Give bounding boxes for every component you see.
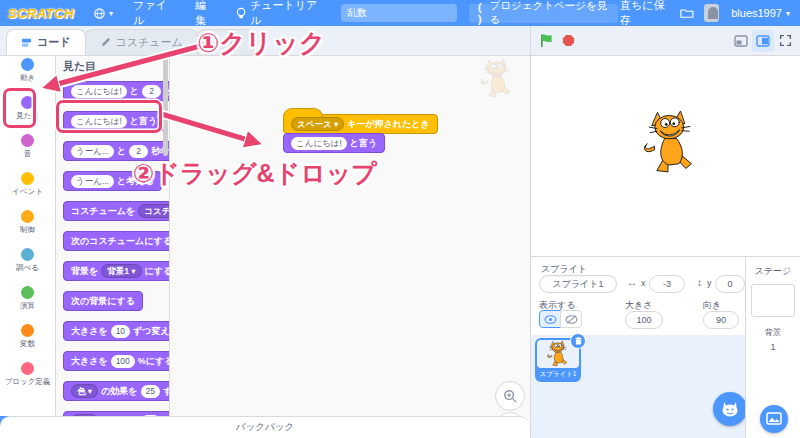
category-label: 見た目	[16, 111, 39, 120]
y-input[interactable]: 0	[715, 275, 745, 293]
block-text: コスチュームを	[71, 205, 135, 218]
category-item[interactable]: イベント	[0, 170, 55, 208]
tutorials-menu[interactable]: チュートリアル	[226, 0, 333, 26]
category-dot	[21, 134, 34, 147]
block-input[interactable]: こんにちは!	[71, 115, 127, 128]
direction-input[interactable]: 90	[703, 311, 739, 329]
cat-head-icon	[720, 400, 740, 418]
block-input[interactable]: 25	[141, 385, 160, 398]
block-text: にする	[145, 265, 170, 278]
backpack-bar[interactable]: バックパック	[0, 416, 530, 438]
block-input[interactable]: うーん...	[71, 175, 114, 188]
editor-tabs: コード コスチューム 音	[0, 26, 530, 56]
palette-scrollbar[interactable]	[163, 56, 168, 156]
language-menu[interactable]: ▾	[84, 0, 123, 26]
y-label: y	[707, 278, 712, 288]
file-menu[interactable]: ファイル	[123, 0, 185, 26]
x-input[interactable]: -3	[649, 275, 685, 293]
delete-sprite-button[interactable]	[570, 333, 586, 349]
block-input[interactable]: 2	[142, 85, 161, 98]
category-item[interactable]: 音	[0, 132, 55, 170]
tab-sounds[interactable]: 音	[197, 29, 254, 55]
zoom-in-button[interactable]	[495, 381, 525, 411]
project-title-input[interactable]	[341, 4, 457, 22]
block-text: と言う	[350, 137, 377, 150]
category-dot	[21, 96, 34, 109]
category-item[interactable]: 演算	[0, 284, 55, 322]
tab-costumes[interactable]: コスチューム	[85, 29, 198, 55]
block-dropdown[interactable]: 色 ▾	[71, 384, 98, 398]
script-hat-block[interactable]: スペース ▾キーが押されたとき	[283, 114, 438, 134]
palette-block[interactable]: こんにちは!と2秒言う	[63, 81, 170, 101]
tab-code[interactable]: コード	[6, 29, 86, 55]
size-input[interactable]: 100	[625, 311, 663, 329]
stage-sprite-cat[interactable]	[639, 106, 701, 180]
see-inside-icon: ( )	[478, 1, 484, 25]
palette-block[interactable]: うーん...と2秒考える	[63, 141, 170, 161]
category-label: 調べる	[16, 263, 39, 272]
palette-block[interactable]: 次のコスチュームにする	[63, 231, 170, 251]
palette-block[interactable]: 色 ▾の効果を25ずつ変える	[63, 381, 170, 401]
project-page-button[interactable]: ( ) プロジェクトページを見る	[469, 4, 618, 23]
block-text: 大きさを	[71, 325, 108, 338]
palette-block[interactable]: コスチュームをコスチューム1 ▾にする	[63, 201, 170, 221]
small-stage-button[interactable]	[730, 30, 752, 52]
category-label: 音	[24, 149, 32, 158]
palette-block[interactable]: 大きさを10ずつ変える	[63, 321, 170, 341]
show-sprite-button[interactable]	[539, 310, 561, 328]
stage[interactable]	[530, 56, 800, 257]
block-input[interactable]: 2	[129, 145, 148, 158]
category-item[interactable]: 制御	[0, 208, 55, 246]
block-dropdown[interactable]: コスチューム1 ▾	[138, 204, 170, 218]
script-area[interactable]	[171, 56, 530, 416]
add-sprite-button[interactable]	[713, 392, 747, 426]
palette-block[interactable]: こんにちは!と言う	[63, 111, 165, 131]
eye-slash-icon	[565, 315, 578, 324]
scratch-logo[interactable]: SCRATCH	[8, 6, 74, 21]
script-stack-block[interactable]: こんにちは!と言う	[283, 133, 385, 153]
sprite-tile-selected[interactable]: スプライト1	[535, 338, 581, 382]
add-backdrop-button[interactable]	[760, 405, 788, 433]
category-item[interactable]: 調べる	[0, 246, 55, 284]
sprite-info-panel: スプライト スプライト1 ↔ x -3 ↕ y 0 表示する 大きさ 100 向…	[530, 257, 745, 335]
palette-block[interactable]: 背景を背景1 ▾にする	[63, 261, 170, 281]
account-menu[interactable]: blues1997▾	[729, 0, 792, 26]
stop-button[interactable]	[557, 30, 579, 52]
category-item[interactable]: 動き	[0, 56, 55, 94]
block-text: 大きさを	[71, 355, 108, 368]
backdrop-label: 背景	[746, 327, 800, 338]
block-text: と考える	[117, 175, 154, 188]
edit-menu[interactable]: 編集	[185, 0, 226, 26]
category-dot	[21, 210, 34, 223]
category-item[interactable]: 見た目	[0, 94, 55, 132]
block-text: と	[117, 145, 126, 158]
block-input[interactable]: うーん...	[71, 145, 114, 158]
block-input[interactable]: こんにちは!	[291, 137, 347, 150]
stage-panel[interactable]: ステージ 背景 1	[745, 257, 800, 438]
palette-block[interactable]: うーん...と考える	[63, 171, 162, 191]
block-input[interactable]: こんにちは!	[71, 85, 127, 98]
normal-stage-button[interactable]	[752, 30, 774, 52]
category-item[interactable]: ブロック定義	[0, 360, 55, 398]
palette-block[interactable]: 次の背景にする	[63, 291, 143, 311]
green-flag-icon	[539, 33, 554, 48]
sprite-watermark	[478, 57, 516, 101]
folder-icon[interactable]	[680, 7, 694, 19]
block-dropdown[interactable]: スペース ▾	[291, 117, 344, 131]
block-dropdown[interactable]: 背景1 ▾	[101, 264, 141, 278]
block-input[interactable]: 100	[111, 355, 135, 368]
speaker-icon	[212, 37, 223, 48]
lightbulb-icon	[236, 7, 246, 20]
sprite-name-input[interactable]: スプライト1	[539, 275, 617, 293]
category-label: 動き	[20, 73, 35, 82]
green-flag-button[interactable]	[535, 30, 557, 52]
hide-sprite-button[interactable]	[560, 310, 582, 328]
chevron-down-icon: ▾	[786, 9, 790, 18]
fullscreen-button[interactable]	[774, 30, 796, 52]
save-now-link[interactable]: 直ちに保存	[618, 0, 670, 26]
block-input[interactable]: 10	[111, 325, 130, 338]
x-label: x	[641, 278, 646, 288]
category-item[interactable]: 変数	[0, 322, 55, 360]
avatar[interactable]	[704, 4, 720, 22]
palette-block[interactable]: 大きさを100%にする	[63, 351, 170, 371]
